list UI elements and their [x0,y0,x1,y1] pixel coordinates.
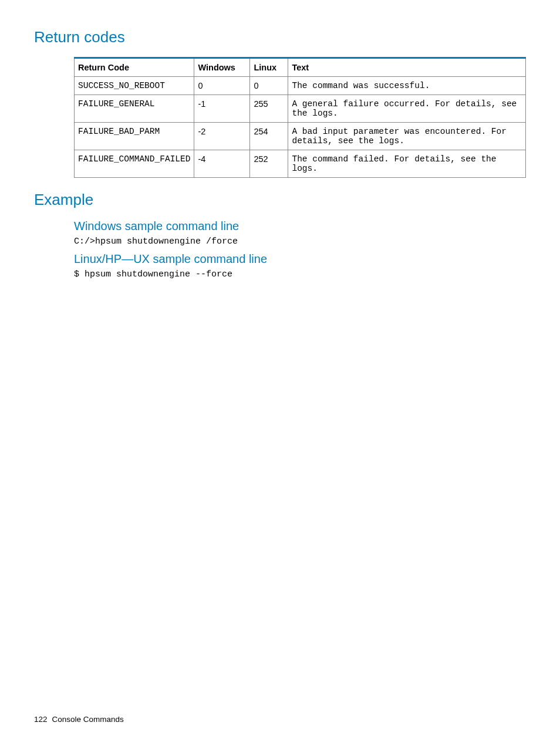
header-text: Text [288,58,526,77]
table-row: SUCCESS_NO_REBOOT 0 0 The command was su… [75,77,526,95]
linux-command: $ hpsum shutdownengine --force [74,269,526,279]
linux-sample-heading: Linux/HP—UX sample command line [74,252,526,266]
cell-linux: 252 [250,150,288,178]
header-windows: Windows [194,58,250,77]
table-row: FAILURE_BAD_PARM -2 254 A bad input para… [75,123,526,150]
windows-sample-heading: Windows sample command line [74,220,526,233]
cell-linux: 0 [250,77,288,95]
table-row: FAILURE_GENERAL -1 255 A general failure… [75,95,526,123]
cell-text: The command failed. For details, see the… [288,150,526,178]
return-codes-table: Return Code Windows Linux Text SUCCESS_N… [74,57,526,178]
cell-windows: 0 [194,77,250,95]
cell-linux: 254 [250,123,288,150]
windows-command: C:/>hpsum shutdownengine /force [74,237,526,247]
cell-windows: -2 [194,123,250,150]
return-codes-heading: Return codes [34,28,526,46]
cell-return-code: FAILURE_GENERAL [75,95,194,123]
table-header-row: Return Code Windows Linux Text [75,58,526,77]
cell-text: A bad input parameter was encountered. F… [288,123,526,150]
header-linux: Linux [250,58,288,77]
cell-text: The command was successful. [288,77,526,95]
cell-windows: -4 [194,150,250,178]
example-container: Windows sample command line C:/>hpsum sh… [34,220,526,279]
cell-linux: 255 [250,95,288,123]
table-row: FAILURE_COMMAND_FAILED -4 252 The comman… [75,150,526,178]
cell-return-code: FAILURE_COMMAND_FAILED [75,150,194,178]
cell-return-code: FAILURE_BAD_PARM [75,123,194,150]
header-return-code: Return Code [75,58,194,77]
page-number: 122 [34,715,48,724]
cell-text: A general failure occurred. For details,… [288,95,526,123]
return-codes-table-container: Return Code Windows Linux Text SUCCESS_N… [34,57,526,178]
cell-return-code: SUCCESS_NO_REBOOT [75,77,194,95]
cell-windows: -1 [194,95,250,123]
page-footer: 122Console Commands [34,715,124,724]
example-heading: Example [34,191,526,209]
section-name: Console Commands [52,715,124,724]
